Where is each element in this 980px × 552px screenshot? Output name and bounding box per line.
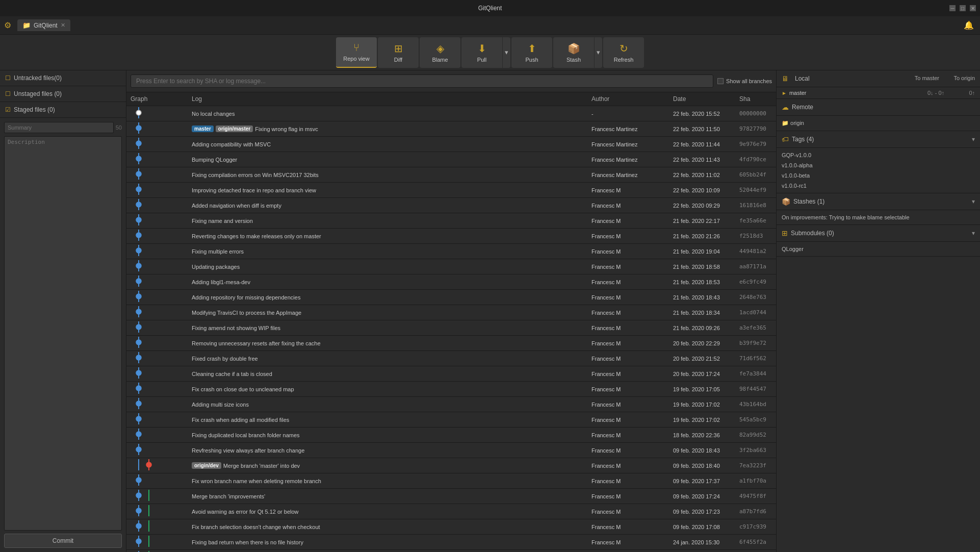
repo-view-button[interactable]: ⑂ Repo view [336, 37, 377, 68]
tab-icon: 📁 [22, 21, 31, 29]
table-row[interactable]: Updating packagesFrancesc M21 feb. 2020 … [126, 259, 776, 274]
table-row[interactable]: Added navigation when diff is emptyFranc… [126, 198, 776, 213]
table-row[interactable]: Removing unnecessary resets after fixing… [126, 336, 776, 351]
tag-item[interactable]: v1.0.0-beta [782, 170, 975, 181]
sha-cell: 1acd0744 [735, 308, 776, 317]
table-row[interactable]: Fixing multiple errorsFrancesc M21 feb. … [126, 244, 776, 259]
table-row[interactable]: Adding multi size iconsFrancesc M19 feb.… [126, 397, 776, 412]
table-row[interactable]: No local changes-22 feb. 2020 15:5200000… [126, 106, 776, 121]
origin-item[interactable]: 📁 origin [782, 118, 975, 129]
remote-section-header[interactable]: ☁ Remote [777, 99, 980, 116]
main-tab[interactable]: 📁 GitQlient ✕ [17, 19, 70, 31]
repo-view-icon: ⑂ [353, 42, 359, 54]
table-row[interactable]: masterorigin/masterFixing wrong flag in … [126, 121, 776, 137]
graph-cell [126, 290, 188, 305]
table-row[interactable]: Bumping QLoggerFrancesc Martinez22 feb. … [126, 152, 776, 167]
author-cell: Francesc M [587, 339, 669, 347]
commit-button[interactable]: Commit [4, 534, 122, 548]
show-all-branches-checkbox[interactable] [717, 78, 724, 84]
table-row[interactable]: Fixed crash by double freeFrancesc M20 f… [126, 351, 776, 366]
tag-item[interactable]: v1.0.0-rc1 [782, 181, 975, 191]
tab-close-icon[interactable]: ✕ [61, 22, 65, 29]
log-message-cell: Revfreshing view always after branch cha… [188, 446, 587, 455]
stashes-section-header[interactable]: 📦 Stashes (1) ▾ [777, 193, 980, 210]
blame-icon: ◈ [436, 42, 444, 55]
show-all-branches-toggle[interactable]: Show all branches [717, 78, 772, 84]
submodule-item[interactable]: QLogger [782, 244, 975, 254]
maximize-button[interactable]: □ [960, 5, 966, 11]
staged-header[interactable]: ☑ Staged files (0) [0, 102, 126, 117]
table-row[interactable]: Fixing bad return when there is no file … [126, 535, 776, 550]
table-row[interactable]: Adding compatibility with MSVCFrancesc M… [126, 137, 776, 152]
svg-point-53 [136, 493, 141, 498]
table-row[interactable]: Reverting changes to make releases only … [126, 229, 776, 244]
pull-button-group[interactable]: ⬇ Pull ▾ [461, 37, 510, 68]
branch-badge: origin/master [216, 126, 253, 132]
table-row[interactable]: Revfreshing view always after branch cha… [126, 443, 776, 458]
stash-item[interactable]: On improvements: Trying to make blame se… [782, 212, 975, 222]
table-row[interactable]: Fix branch selection doesn't change when… [126, 519, 776, 535]
commit-message: Fixing duplicated local branch folder na… [192, 432, 300, 438]
tag-item[interactable]: v1.0.0-alpha [782, 160, 975, 170]
table-row[interactable]: Fixing amend not showing WIP filesFrance… [126, 320, 776, 336]
date-cell: 22 feb. 2020 10:09 [669, 186, 735, 194]
stash-dropdown-button[interactable]: ▾ [594, 37, 602, 68]
push-button[interactable]: ⬆ Push [511, 37, 552, 68]
tags-section-header[interactable]: 🏷 Tags (4) ▾ [777, 131, 980, 148]
table-row[interactable]: Fixing name and versionFrancesc M21 feb.… [126, 213, 776, 229]
date-cell: 18 feb. 2020 22:36 [669, 431, 735, 439]
log-message-cell: Reverting changes to make releases only … [188, 232, 587, 240]
pull-dropdown-button[interactable]: ▾ [502, 37, 510, 68]
window-controls[interactable]: ─ □ ✕ [949, 5, 976, 11]
description-input[interactable] [4, 136, 122, 531]
table-row[interactable]: Adding libgl1-mesa-devFrancesc M21 feb. … [126, 274, 776, 290]
untracked-header[interactable]: ☐ Untracked files(0) [0, 70, 126, 86]
table-row[interactable]: Merge branch 'improvements'Francesc M09 … [126, 489, 776, 504]
remote-label: Remote [792, 104, 975, 111]
blame-button[interactable]: ◈ Blame [420, 37, 460, 68]
tag-item[interactable]: GQP-v1.0.0 [782, 150, 975, 160]
settings-icon[interactable]: ⚙ [4, 20, 11, 30]
sha-cell: 7ea3223f [735, 461, 776, 470]
svg-point-9 [136, 171, 141, 177]
author-cell: Francesc M [587, 278, 669, 286]
minimize-button[interactable]: ─ [949, 5, 956, 11]
unstaged-header[interactable]: ☐ Unstaged files (0) [0, 86, 126, 102]
graph-cell [126, 366, 188, 381]
table-row[interactable]: Fix crash when adding all modified files… [126, 412, 776, 428]
table-row[interactable]: origin/devMerge branch 'master' into dev… [126, 458, 776, 473]
diff-button[interactable]: ⊞ Diff [378, 37, 419, 68]
diff-label: Diff [394, 57, 402, 63]
commit-message: Merge branch 'improvements' [192, 493, 265, 499]
search-input[interactable] [131, 74, 713, 88]
stash-button-group[interactable]: 📦 Stash ▾ [553, 37, 602, 68]
table-row[interactable]: Improving detached trace in repo and bra… [126, 183, 776, 198]
notification-icon[interactable]: 🔔 [964, 20, 974, 30]
summary-input[interactable] [4, 122, 114, 133]
table-row[interactable]: Avoid warning as error for Qt 5.12 or be… [126, 504, 776, 519]
graph-cell [126, 428, 188, 442]
author-cell: Francesc M [587, 508, 669, 516]
stash-button[interactable]: 📦 Stash [553, 37, 594, 68]
refresh-button[interactable]: ↻ Refresh [603, 37, 644, 68]
submodules-section-header[interactable]: ⊞ Submodules (0) ▾ [777, 225, 980, 242]
close-button[interactable]: ✕ [970, 5, 976, 11]
center-panel: Show all branches Graph Log Author Date … [126, 70, 776, 552]
staged-label: Staged files (0) [14, 106, 55, 113]
svg-point-59 [136, 523, 141, 529]
svg-point-43 [136, 432, 141, 437]
table-row[interactable]: Fix crash on close due to uncleaned mapF… [126, 382, 776, 397]
table-row[interactable]: Modifying TravisCI to process the AppIma… [126, 305, 776, 320]
date-cell: 20 feb. 2020 21:52 [669, 355, 735, 363]
table-row[interactable]: Fix wron branch name when deleting remot… [126, 473, 776, 489]
pull-button[interactable]: ⬇ Pull [461, 37, 502, 68]
local-icon: 🖥 [782, 74, 789, 83]
table-row[interactable]: Cleaning cache if a tab is closedFrances… [126, 366, 776, 382]
master-branch-row[interactable]: ► master 0↓ - 0↑ 0↑ [777, 87, 980, 99]
table-row[interactable]: Adding repository for missing dependenci… [126, 290, 776, 305]
commit-message: Fixing multiple errors [192, 248, 244, 255]
table-row[interactable]: Fixing duplicated local branch folder na… [126, 428, 776, 443]
table-row[interactable]: Adding QString for plugin compatibilityF… [126, 550, 776, 552]
sha-cell: 3f2ba663 [735, 446, 776, 455]
table-row[interactable]: Fixing compilation errors on Win MSVC201… [126, 167, 776, 183]
